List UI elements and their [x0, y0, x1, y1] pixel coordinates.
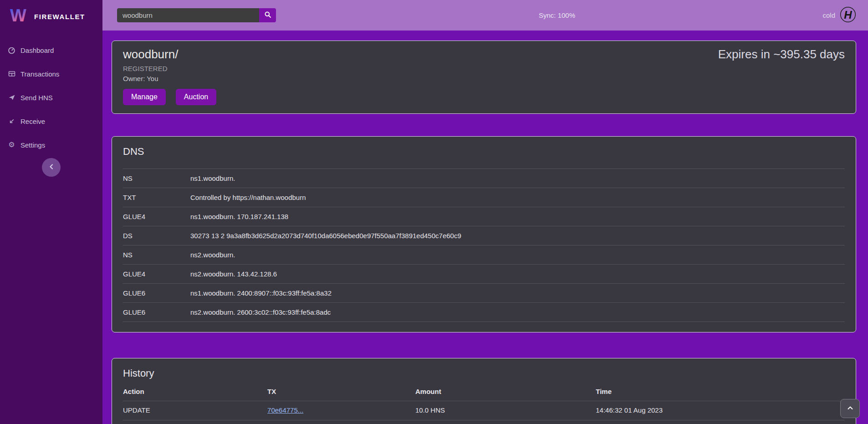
- dns-record-type: GLUE4: [123, 207, 187, 226]
- brand-name: FIREWALLET: [34, 13, 85, 20]
- search-icon: [264, 11, 271, 20]
- dns-record-row: DS 30273 13 2 9a3a8fb3d625d2a2073d740f10…: [123, 226, 845, 245]
- dns-record-type: TXT: [123, 188, 187, 207]
- page-content: woodburn/ REGISTERED Owner: You Manage A…: [102, 31, 868, 424]
- dns-record-row: NS ns2.woodburn.: [123, 245, 845, 265]
- svg-text:W: W: [10, 6, 26, 25]
- dns-record-value: Controlled by https://nathan.woodburn: [187, 188, 845, 207]
- dns-record-value: ns1.woodburn. 2400:8907::f03c:93ff:fe5a:…: [187, 284, 845, 303]
- domain-status: REGISTERED: [123, 65, 216, 72]
- history-heading: History: [123, 368, 845, 379]
- dns-record-type: GLUE6: [123, 284, 187, 303]
- dns-record-type: NS: [123, 169, 187, 188]
- history-row: UPDATE 70e64775... 10.0 HNS 14:46:32 01 …: [123, 401, 845, 420]
- expires-label: Expires in ~395.35 days: [718, 47, 845, 61]
- table-icon: [7, 70, 16, 77]
- dns-record-type: NS: [123, 245, 187, 265]
- sync-status: Sync: 100%: [539, 11, 575, 19]
- dns-heading: DNS: [123, 146, 845, 158]
- domain-owner: Owner: You: [123, 75, 216, 82]
- app-window: W FIREWALLET Dashboard: [0, 0, 868, 424]
- search-button[interactable]: [259, 8, 276, 22]
- svg-text:H: H: [844, 8, 852, 20]
- dns-table: NS ns1.woodburn. TXT Controlled by https…: [123, 169, 845, 322]
- sidebar-item-receive[interactable]: Receive: [0, 109, 102, 133]
- history-amount: 10.0 HNS: [412, 401, 592, 420]
- scroll-to-top-button[interactable]: [840, 399, 860, 418]
- wallet-area: cold H: [822, 0, 856, 31]
- sidebar-item-settings[interactable]: ⚙ Settings: [0, 133, 102, 157]
- history-amount: 10.0 HNS: [412, 420, 592, 424]
- sidebar-item-label: Receive: [20, 117, 45, 125]
- sidebar-item-label: Transactions: [20, 70, 59, 78]
- search-input[interactable]: [117, 8, 259, 22]
- domain-title: woodburn/: [123, 47, 216, 61]
- gear-icon: ⚙: [7, 141, 16, 148]
- history-time: 14:46:32 01 Aug 2023: [592, 401, 845, 420]
- dns-record-row: GLUE6 ns2.woodburn. 2600:3c02::f03c:93ff…: [123, 303, 845, 322]
- domain-buttons: Manage Auction: [123, 89, 216, 105]
- handshake-logo-icon[interactable]: H: [840, 6, 856, 25]
- manage-button[interactable]: Manage: [123, 89, 166, 105]
- history-table: Action TX Amount Time UPDATE 70e64775...…: [123, 383, 845, 424]
- dns-record-type: GLUE6: [123, 303, 187, 322]
- chevron-up-icon: [847, 404, 854, 413]
- dns-record-value: ns1.woodburn.: [187, 169, 845, 188]
- dns-record-type: DS: [123, 226, 187, 245]
- sidebar-item-label: Send HNS: [20, 94, 53, 102]
- dns-record-row: GLUE4 ns1.woodburn. 170.187.241.138: [123, 207, 845, 226]
- search-group: [117, 8, 276, 22]
- domain-info: woodburn/ REGISTERED Owner: You Manage A…: [123, 47, 216, 105]
- sidebar-collapse-button[interactable]: [42, 158, 61, 177]
- receive-arrow-icon: [7, 118, 16, 125]
- dns-record-type: GLUE4: [123, 265, 187, 284]
- send-icon: [7, 94, 16, 101]
- dns-record-value: ns1.woodburn. 170.187.241.138: [187, 207, 845, 226]
- history-col-time: Time: [592, 383, 845, 401]
- dns-record-value: ns2.woodburn. 2600:3c02::f03c:93ff:fe5a:…: [187, 303, 845, 322]
- history-header-row: Action TX Amount Time: [123, 383, 845, 401]
- gauge-icon: [7, 46, 16, 54]
- history-col-amount: Amount: [412, 383, 592, 401]
- sidebar-item-label: Dashboard: [20, 46, 54, 54]
- domain-card: woodburn/ REGISTERED Owner: You Manage A…: [112, 41, 856, 114]
- dns-record-row: GLUE6 ns1.woodburn. 2400:8907::f03c:93ff…: [123, 284, 845, 303]
- sidebar-item-dashboard[interactable]: Dashboard: [0, 38, 102, 62]
- dns-record-row: TXT Controlled by https://nathan.woodbur…: [123, 188, 845, 207]
- sidebar-item-transactions[interactable]: Transactions: [0, 62, 102, 86]
- brand: W FIREWALLET: [0, 0, 102, 32]
- dns-record-value: 30273 13 2 9a3a8fb3d625d2a2073d740f10da6…: [187, 226, 845, 245]
- topbar: Sync: 100% cold H: [102, 0, 868, 31]
- sidebar-item-send-hns[interactable]: Send HNS: [0, 86, 102, 109]
- history-action: RENEW: [123, 420, 264, 424]
- auction-button[interactable]: Auction: [176, 89, 216, 105]
- history-time: 15:47:06 27 Jul 2023: [592, 420, 845, 424]
- history-action: UPDATE: [123, 401, 264, 420]
- chevron-left-icon: [48, 163, 55, 172]
- dns-card: DNS NS ns1.woodburn. TXT Controlled by h…: [112, 136, 856, 332]
- history-col-action: Action: [123, 383, 264, 401]
- dns-record-value: ns2.woodburn.: [187, 245, 845, 265]
- sidebar-nav: Dashboard Transactions Send HNS: [0, 38, 102, 157]
- sidebar-item-label: Settings: [20, 141, 45, 149]
- main-area: Sync: 100% cold H woodburn/ REGISTERED O…: [102, 0, 868, 424]
- dns-record-row: GLUE4 ns2.woodburn. 143.42.128.6: [123, 265, 845, 284]
- dns-record-value: ns2.woodburn. 143.42.128.6: [187, 265, 845, 284]
- tx-link[interactable]: 70e64775...: [267, 406, 303, 414]
- firewallet-logo-icon: W: [8, 5, 28, 27]
- history-row: RENEW d72c8d... 10.0 HNS 15:47:06 27 Jul…: [123, 420, 845, 424]
- history-card: History Action TX Amount Time: [112, 358, 856, 424]
- wallet-name-label: cold: [822, 11, 835, 19]
- sidebar: W FIREWALLET Dashboard: [0, 0, 102, 424]
- dns-record-row: NS ns1.woodburn.: [123, 169, 845, 188]
- history-col-tx: TX: [264, 383, 412, 401]
